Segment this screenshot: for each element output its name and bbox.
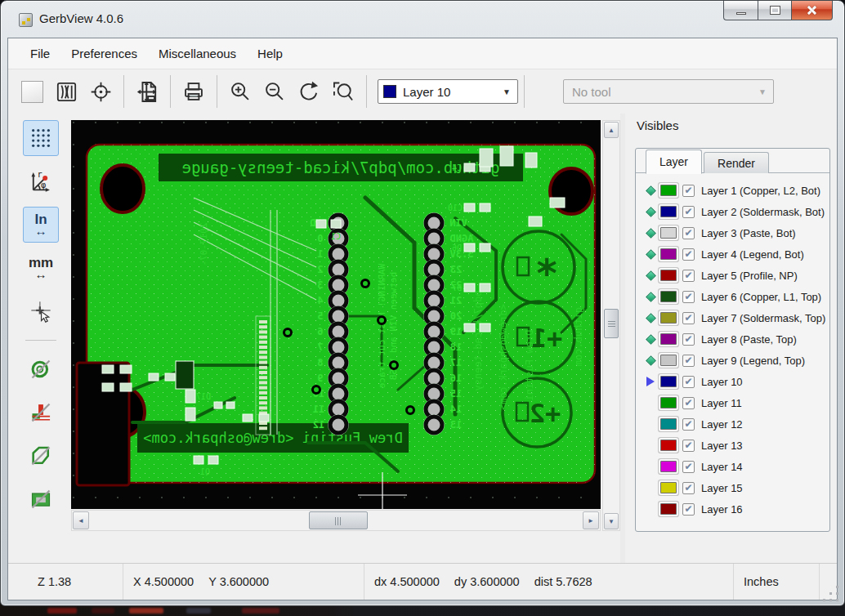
layer-visibility-checkbox[interactable]: ✔ (682, 397, 695, 409)
titlebar[interactable]: GerbView 4.0.6 (1, 1, 844, 38)
layer-row[interactable]: ✔Layer 11 (644, 392, 829, 413)
layer-row[interactable]: ✔Layer 2 (Soldermask, Bot) (644, 201, 829, 222)
close-button[interactable] (792, 1, 833, 20)
pcb-date-text: 2017-07- (199, 223, 209, 266)
sheet-settings-button[interactable] (130, 74, 164, 109)
layer-row[interactable]: ✔Layer 15 (644, 477, 829, 498)
layer-color-swatch[interactable] (660, 185, 677, 196)
layer-label: Layer 7 (Soldermask, Top) (701, 312, 825, 324)
layer-visibility-checkbox[interactable]: ✔ (682, 440, 695, 452)
layer-color-swatch[interactable] (660, 461, 677, 472)
layer-row[interactable]: ✔Layer 4 (Legend, Bot) (644, 243, 829, 265)
layer-visibility-checkbox[interactable]: ✔ (682, 312, 695, 324)
layer-color-swatch[interactable] (660, 312, 677, 324)
polygons-sketch-button[interactable] (23, 438, 59, 474)
layer-row[interactable]: ✔Layer 6 (Copper, L1, Top) (644, 286, 829, 307)
polar-coords-button[interactable]: r φ (23, 163, 59, 199)
component-label: Q1 (200, 467, 210, 476)
load-drill-button[interactable] (83, 74, 118, 109)
layer-color-swatch[interactable] (660, 418, 677, 430)
layer-label: Layer 12 (701, 418, 743, 431)
units-inches-button[interactable]: In ↔ (23, 207, 59, 243)
cursor-shape-button[interactable] (23, 293, 59, 329)
vertical-scrollbar[interactable]: ▲ ▼ (602, 120, 620, 531)
zoom-selection-button[interactable] (326, 74, 360, 109)
status-units: Inches (734, 564, 820, 600)
layer-label: Layer 3 (Paste, Bot) (701, 227, 796, 239)
menu-file[interactable]: File (20, 42, 60, 65)
component-label: D7 (452, 283, 462, 292)
zoom-out-button[interactable] (257, 74, 292, 109)
layer-row[interactable]: ✔Layer 9 (Legend, Top) (644, 350, 829, 371)
layer-color-swatch[interactable] (660, 397, 677, 408)
flashed-sketch-icon (29, 358, 52, 381)
flashed-items-sketch-button[interactable] (23, 351, 59, 387)
layer-row[interactable]: ✔Layer 12 (644, 413, 829, 435)
layer-visibility-checkbox[interactable]: ✔ (682, 270, 695, 282)
layer-visibility-checkbox[interactable]: ✔ (682, 503, 695, 516)
horizontal-scrollbar-thumb[interactable] (309, 511, 368, 529)
grid-toggle-button[interactable] (23, 120, 59, 156)
layer-select-dropdown[interactable]: Layer 10 ▼ (378, 79, 518, 104)
tab-render[interactable]: Render (704, 152, 769, 173)
menu-preferences[interactable]: Preferences (60, 42, 148, 65)
zoom-in-button[interactable] (223, 74, 257, 109)
redraw-button[interactable] (292, 74, 326, 109)
tab-layer[interactable]: Layer (646, 150, 702, 174)
layer-visibility-checkbox[interactable]: ✔ (682, 376, 695, 388)
layer-visibility-checkbox[interactable]: ✔ (682, 227, 695, 239)
layer-color-swatch[interactable] (660, 482, 677, 493)
layer-visibility-checkbox[interactable]: ✔ (682, 418, 695, 431)
horizontal-scrollbar[interactable]: ◄ ► (71, 510, 601, 531)
layer-row-active[interactable]: ✔Layer 10 (644, 371, 829, 392)
layer-color-swatch[interactable] (660, 376, 677, 387)
resize-grip[interactable] (829, 592, 832, 595)
layer-row[interactable]: ✔Layer 5 (Profile, NP) (644, 265, 829, 286)
layer-color-swatch[interactable] (660, 355, 677, 366)
layer-color-swatch[interactable] (660, 503, 677, 515)
layer-visibility-checkbox[interactable]: ✔ (682, 206, 695, 218)
layer-visibility-checkbox[interactable]: ✔ (682, 482, 695, 494)
maximize-button[interactable] (758, 1, 792, 20)
units-mm-button[interactable]: mm ↔ (23, 250, 59, 286)
erase-all-layers-button[interactable] (15, 74, 49, 109)
layer-visibility-checkbox[interactable]: ✔ (682, 185, 695, 197)
layer-visibility-checkbox[interactable]: ✔ (682, 333, 695, 346)
printer-icon (182, 80, 205, 103)
load-gerber-button[interactable] (49, 74, 83, 109)
print-button[interactable] (177, 74, 211, 109)
layer-color-swatch[interactable] (660, 291, 677, 302)
layer-visibility-checkbox[interactable]: ✔ (682, 291, 695, 303)
vertical-scrollbar-thumb[interactable] (604, 309, 619, 338)
scroll-left-button[interactable]: ◄ (73, 511, 89, 529)
menu-miscellaneous[interactable]: Miscellaneous (148, 42, 247, 65)
lines-sketch-button[interactable] (23, 395, 59, 431)
layer-row[interactable]: ✔Layer 14 (644, 456, 829, 477)
component-label: D17 (196, 392, 211, 401)
menu-help[interactable]: Help (247, 42, 293, 65)
layer-row[interactable]: ✔Layer 7 (Soldermask, Top) (644, 307, 829, 328)
negative-objects-button[interactable] (23, 481, 59, 517)
layer-loaded-icon (646, 334, 656, 345)
layer-color-swatch[interactable] (660, 248, 677, 260)
window-title: GerbView 4.0.6 (39, 11, 123, 25)
layer-color-swatch[interactable] (660, 227, 677, 239)
layer-visibility-checkbox[interactable]: ✔ (682, 461, 695, 473)
minimize-button[interactable] (723, 1, 758, 20)
layer-color-swatch[interactable] (660, 333, 677, 345)
layer-visibility-checkbox[interactable]: ✔ (682, 355, 695, 367)
layer-row[interactable]: ✔Layer 13 (644, 435, 829, 456)
scroll-right-button[interactable]: ► (583, 511, 599, 529)
scroll-up-button[interactable]: ▲ (604, 122, 619, 138)
layer-color-swatch[interactable] (660, 206, 677, 217)
layer-color-swatch[interactable] (660, 270, 677, 281)
layer-row[interactable]: ✔Layer 1 (Copper, L2, Bot) (644, 180, 829, 201)
layer-loaded-icon (646, 313, 656, 324)
layer-row[interactable]: ✔Layer 8 (Paste, Top) (644, 328, 829, 350)
scroll-down-button[interactable]: ▼ (604, 513, 619, 529)
gerber-canvas[interactable]: github.com/pdp7/kicad-teensy-gauge Drew … (71, 120, 601, 509)
layer-visibility-checkbox[interactable]: ✔ (682, 248, 695, 261)
layer-color-swatch[interactable] (660, 440, 677, 451)
layer-row[interactable]: ✔Layer 16 (644, 498, 829, 520)
layer-row[interactable]: ✔Layer 3 (Paste, Bot) (644, 222, 829, 243)
